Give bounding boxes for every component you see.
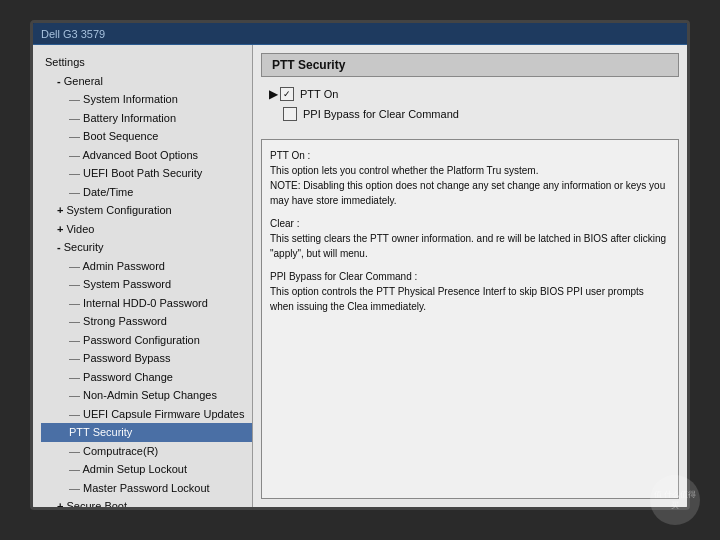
tree-item-admin-lockout[interactable]: Admin Setup Lockout bbox=[41, 460, 252, 479]
tree-item-internal-hdd[interactable]: Internal HDD-0 Password bbox=[41, 294, 252, 313]
tree-item-secure-boot[interactable]: Secure Boot bbox=[41, 497, 252, 507]
ppi-bypass-desc-title: PPI Bypass for Clear Command : bbox=[270, 271, 417, 282]
options-area: ▶ PTT On PPI Bypass for Clear Command bbox=[253, 83, 687, 131]
tree-item-advanced-boot[interactable]: Advanced Boot Options bbox=[41, 146, 252, 165]
tree-item-password-config[interactable]: Password Configuration bbox=[41, 331, 252, 350]
ppi-bypass-checkbox[interactable]: PPI Bypass for Clear Command bbox=[283, 107, 459, 121]
ppi-bypass-row: PPI Bypass for Clear Command bbox=[269, 107, 671, 121]
tree-item-security[interactable]: Security bbox=[41, 238, 252, 257]
title-bar-text: Dell G3 3579 bbox=[41, 28, 105, 40]
tree-item-date-time[interactable]: Date/Time bbox=[41, 183, 252, 202]
clear-desc-text: This setting clears the PTT owner inform… bbox=[270, 233, 666, 259]
tree-item-ptt-security[interactable]: PTT Security bbox=[41, 423, 252, 442]
section-header: PTT Security bbox=[261, 53, 679, 77]
bios-content: Settings General System Information Batt… bbox=[33, 45, 687, 507]
description-box: PTT On : This option lets you control wh… bbox=[261, 139, 679, 499]
ptt-on-label: PTT On bbox=[300, 88, 338, 100]
tree-item-uefi-boot-path[interactable]: UEFI Boot Path Security bbox=[41, 164, 252, 183]
tree-item-system-config[interactable]: System Configuration bbox=[41, 201, 252, 220]
section-title: PTT Security bbox=[272, 58, 345, 72]
ppi-bypass-checkbox-box[interactable] bbox=[283, 107, 297, 121]
tree-item-admin-password[interactable]: Admin Password bbox=[41, 257, 252, 276]
ptt-on-row: ▶ PTT On bbox=[269, 87, 671, 101]
settings-tree: Settings General System Information Batt… bbox=[33, 53, 252, 507]
tree-item-password-bypass[interactable]: Password Bypass bbox=[41, 349, 252, 368]
ptt-on-checkbox-box[interactable] bbox=[280, 87, 294, 101]
cursor-pointer-icon: ▶ bbox=[269, 87, 278, 101]
ptt-on-desc-text: This option lets you control whether the… bbox=[270, 165, 665, 206]
tree-item-password-change[interactable]: Password Change bbox=[41, 368, 252, 387]
clear-desc-title: Clear : bbox=[270, 218, 299, 229]
ptt-on-checkbox[interactable]: PTT On bbox=[280, 87, 338, 101]
clear-description: Clear : This setting clears the PTT owne… bbox=[270, 216, 670, 261]
tree-item-non-admin-setup[interactable]: Non-Admin Setup Changes bbox=[41, 386, 252, 405]
tree-item-boot-sequence[interactable]: Boot Sequence bbox=[41, 127, 252, 146]
tree-item-uefi-capsule[interactable]: UEFI Capsule Firmware Updates bbox=[41, 405, 252, 424]
laptop-screen: Dell G3 3579 Settings General System Inf… bbox=[30, 20, 690, 510]
ptt-on-description: PTT On : This option lets you control wh… bbox=[270, 148, 670, 208]
tree-item-strong-password[interactable]: Strong Password bbox=[41, 312, 252, 331]
tree-item-system-password[interactable]: System Password bbox=[41, 275, 252, 294]
ppi-bypass-desc-text: This option controls the PTT Physical Pr… bbox=[270, 286, 644, 312]
watermark-text: 值 什么值得买 bbox=[650, 489, 700, 511]
tree-item-computrace[interactable]: Computrace(R) bbox=[41, 442, 252, 461]
ppi-bypass-description: PPI Bypass for Clear Command : This opti… bbox=[270, 269, 670, 314]
tree-item-system-info[interactable]: System Information bbox=[41, 90, 252, 109]
watermark: 值 什么值得买 bbox=[650, 475, 700, 525]
tree-item-general[interactable]: General bbox=[41, 72, 252, 91]
left-panel: Settings General System Information Batt… bbox=[33, 45, 253, 507]
right-panel: PTT Security ▶ PTT On PPI Bypass for C bbox=[253, 45, 687, 507]
ppi-bypass-label: PPI Bypass for Clear Command bbox=[303, 108, 459, 120]
tree-item-video[interactable]: Video bbox=[41, 220, 252, 239]
ptt-on-desc-title: PTT On : bbox=[270, 150, 310, 161]
tree-item-master-password[interactable]: Master Password Lockout bbox=[41, 479, 252, 498]
title-bar: Dell G3 3579 bbox=[33, 23, 687, 45]
tree-item-settings[interactable]: Settings bbox=[41, 53, 252, 72]
tree-item-battery-info[interactable]: Battery Information bbox=[41, 109, 252, 128]
